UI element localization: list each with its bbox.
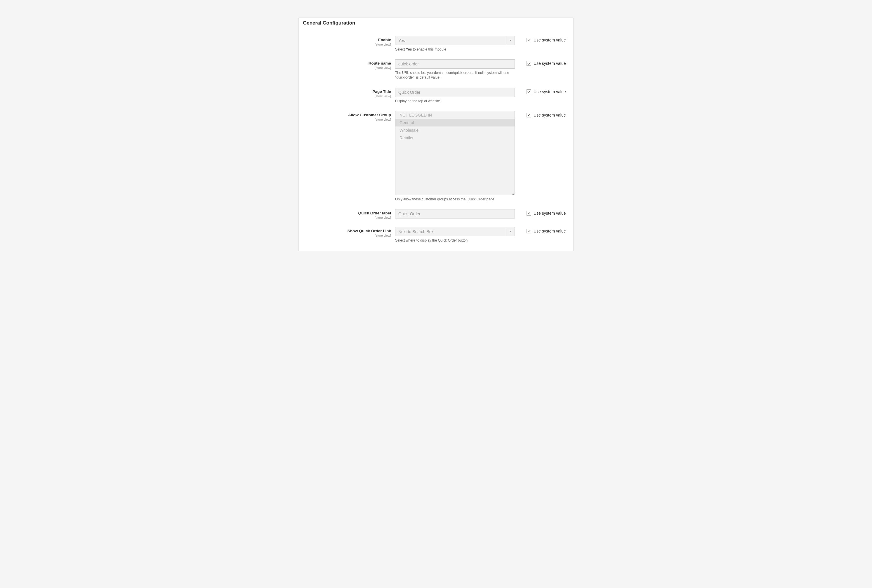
group-option-general[interactable]: General	[396, 119, 515, 126]
showlink-system-label: Use system value	[533, 229, 566, 233]
panel-header: General Configuration	[299, 18, 573, 28]
group-multiselect[interactable]: NOT LOGGED IN General Wholesale Retailer	[395, 111, 515, 195]
showlink-scope: [store view]	[304, 234, 391, 237]
pagetitle-label: Page Title	[304, 89, 391, 94]
enable-select[interactable]: Yes	[395, 36, 515, 45]
group-system-col: Use system value	[515, 111, 568, 117]
showlink-help: Select where to display the Quick Order …	[395, 238, 515, 243]
input-col: NOT LOGGED IN General Wholesale Retailer…	[395, 111, 515, 201]
showlink-label: Show Quick Order Link	[304, 229, 391, 233]
group-option-retailer[interactable]: Retailer	[396, 134, 515, 142]
qol-input[interactable]	[395, 209, 515, 219]
label-col: Page Title [store view]	[304, 88, 395, 98]
group-label: Allow Customer Group	[304, 113, 391, 117]
input-col: The URL should be: yourdomain.com/quick-…	[395, 59, 515, 80]
input-col	[395, 209, 515, 219]
label-col: Quick Order label [store view]	[304, 209, 395, 219]
route-scope: [store view]	[304, 66, 391, 69]
field-route-name: Route name [store view] The URL should b…	[299, 59, 573, 87]
route-system-col: Use system value	[515, 59, 568, 66]
pagetitle-system-label: Use system value	[533, 89, 566, 94]
route-system-label: Use system value	[533, 61, 566, 66]
group-system-label: Use system value	[533, 113, 566, 117]
showlink-system-checkbox[interactable]	[526, 229, 531, 233]
route-system-checkbox[interactable]	[526, 61, 531, 66]
showlink-select-value: Next to Search Box	[396, 227, 506, 236]
pagetitle-help: Display on the top of website	[395, 99, 515, 104]
group-system-checkbox[interactable]	[526, 113, 531, 117]
pagetitle-input[interactable]	[395, 88, 515, 97]
config-panel: General Configuration Enable [store view…	[298, 18, 574, 251]
enable-system-checkbox[interactable]	[526, 38, 531, 42]
chevron-down-icon	[506, 227, 515, 236]
qol-label: Quick Order label	[304, 211, 391, 216]
route-help: The URL should be: yourdomain.com/quick-…	[395, 70, 515, 80]
input-col: Next to Search Box Select where to displ…	[395, 227, 515, 243]
qol-system-label: Use system value	[533, 211, 566, 216]
group-help: Only allow these customer groups access …	[395, 197, 515, 201]
pagetitle-system-col: Use system value	[515, 88, 568, 94]
field-customer-group: Allow Customer Group [store view] NOT LO…	[299, 111, 573, 209]
enable-help: Select Yes to enable this module	[395, 47, 515, 52]
label-col: Route name [store view]	[304, 59, 395, 69]
group-option-wholesale[interactable]: Wholesale	[396, 126, 515, 134]
field-quick-order-label: Quick Order label [store view] Use syste…	[299, 209, 573, 227]
field-enable: Enable [store view] Yes Select Yes to en…	[299, 36, 573, 59]
enable-scope: [store view]	[304, 43, 391, 46]
qol-system-col: Use system value	[515, 209, 568, 216]
input-col: Yes Select Yes to enable this module	[395, 36, 515, 52]
showlink-system-col: Use system value	[515, 227, 568, 233]
qol-scope: [store view]	[304, 216, 391, 219]
label-col: Enable [store view]	[304, 36, 395, 46]
section-title: General Configuration	[303, 20, 569, 26]
showlink-select[interactable]: Next to Search Box	[395, 227, 515, 236]
enable-select-value: Yes	[396, 36, 506, 45]
enable-system-label: Use system value	[533, 38, 566, 42]
enable-system-col: Use system value	[515, 36, 568, 42]
enable-label: Enable	[304, 38, 391, 42]
route-input[interactable]	[395, 59, 515, 69]
input-col: Display on the top of website	[395, 88, 515, 104]
group-option-not-logged-in[interactable]: NOT LOGGED IN	[396, 111, 515, 119]
group-scope: [store view]	[304, 118, 391, 121]
field-show-link: Show Quick Order Link [store view] Next …	[299, 227, 573, 246]
route-label: Route name	[304, 61, 391, 66]
pagetitle-system-checkbox[interactable]	[526, 89, 531, 94]
field-page-title: Page Title [store view] Display on the t…	[299, 88, 573, 111]
panel-body: Enable [store view] Yes Select Yes to en…	[299, 28, 573, 251]
label-col: Allow Customer Group [store view]	[304, 111, 395, 121]
pagetitle-scope: [store view]	[304, 94, 391, 98]
chevron-down-icon	[506, 36, 515, 45]
qol-system-checkbox[interactable]	[526, 211, 531, 216]
label-col: Show Quick Order Link [store view]	[304, 227, 395, 237]
